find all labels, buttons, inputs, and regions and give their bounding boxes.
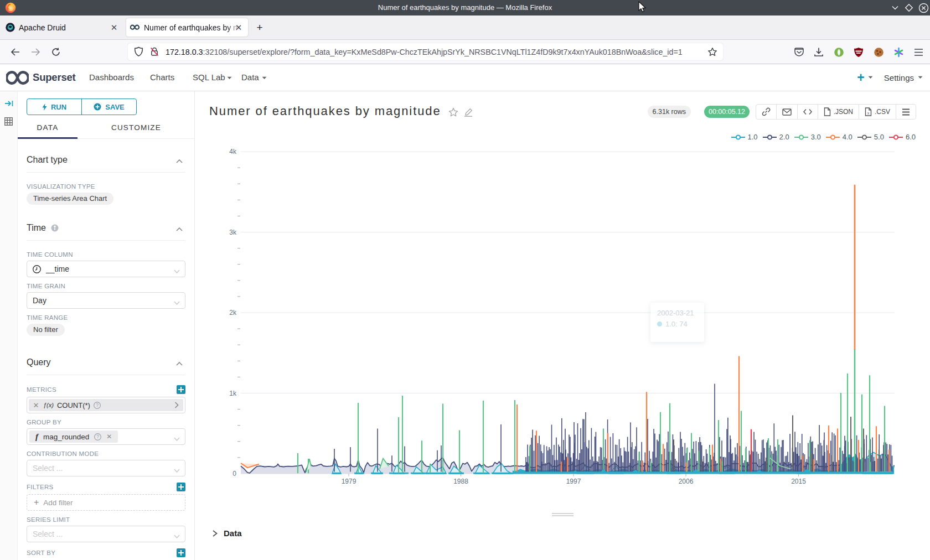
svg-text:1988: 1988 <box>453 478 468 485</box>
svg-text:4k: 4k <box>229 148 237 155</box>
svg-text:1979: 1979 <box>342 478 356 485</box>
svg-text:2006: 2006 <box>679 478 694 485</box>
svg-text:3k: 3k <box>229 229 237 236</box>
svg-text:x: x <box>867 111 870 115</box>
svg-text:?: ? <box>96 402 99 408</box>
svg-text:1k: 1k <box>229 390 237 397</box>
svg-text:2k: 2k <box>229 309 237 317</box>
svg-text:?: ? <box>96 434 99 439</box>
svg-text:2015: 2015 <box>791 478 806 485</box>
svg-text:0: 0 <box>232 470 236 478</box>
svg-text:1997: 1997 <box>566 478 581 485</box>
